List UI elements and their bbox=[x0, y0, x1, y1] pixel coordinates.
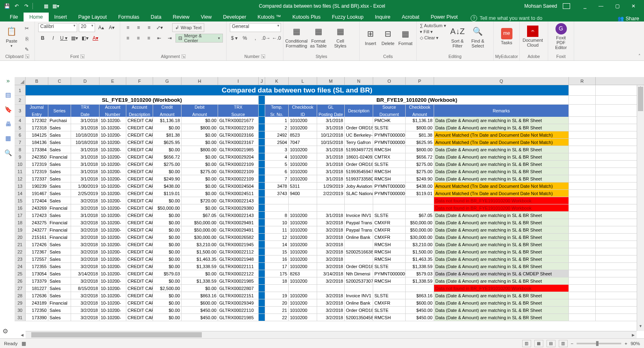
cell-blank[interactable] bbox=[569, 117, 596, 124]
cell[interactable]: 3/1/2018 bbox=[71, 153, 99, 160]
cell[interactable]: GLTRX00024504 bbox=[218, 183, 259, 189]
cell[interactable]: $800.00 bbox=[182, 124, 218, 131]
cell[interactable]: Data not found in BR_FYE191010200 Workbo… bbox=[434, 204, 569, 211]
cell[interactable]: $0.00 bbox=[182, 270, 218, 277]
cell[interactable]: Invoice INV1 bbox=[345, 292, 373, 299]
row-header[interactable]: 24 bbox=[15, 263, 26, 270]
row-header[interactable]: 28 bbox=[15, 292, 26, 299]
row-header[interactable]: 9 bbox=[15, 153, 26, 160]
cell[interactable]: PYMNT000000049 bbox=[373, 131, 406, 138]
row-header[interactable]: 7 bbox=[15, 139, 26, 146]
cell[interactable]: $0.00 bbox=[153, 197, 182, 204]
cell[interactable]: 3/1/2018 bbox=[317, 212, 345, 219]
tab-view[interactable]: View bbox=[195, 13, 217, 21]
close-icon[interactable]: ✕ bbox=[626, 3, 641, 9]
cell[interactable]: $800.00 bbox=[182, 146, 218, 153]
cell[interactable]: Data (Date & Amount) are matching in SL … bbox=[434, 124, 569, 131]
cell[interactable]: Financial bbox=[48, 234, 71, 241]
orientation-icon[interactable]: ⤢▾ bbox=[155, 23, 164, 32]
col-header-I[interactable]: I bbox=[218, 77, 259, 85]
font-name-combo[interactable]: Calibri bbox=[38, 23, 77, 32]
align-top-icon[interactable]: ≡ bbox=[123, 23, 132, 32]
header-cell[interactable]: Series bbox=[48, 105, 71, 117]
cell[interactable] bbox=[345, 285, 373, 292]
cell[interactable]: CREDIT CARI bbox=[126, 285, 153, 292]
comma-format-icon[interactable]: , bbox=[251, 34, 260, 43]
cell[interactable] bbox=[265, 204, 289, 211]
cell-blank[interactable] bbox=[569, 124, 596, 131]
cell[interactable]: 10/18/2018 bbox=[71, 139, 99, 146]
cell[interactable]: $0.00 bbox=[153, 248, 182, 255]
cell[interactable]: 10-10200- bbox=[99, 183, 126, 189]
cell[interactable]: 172319 bbox=[26, 161, 48, 168]
cell[interactable]: $800.00 bbox=[406, 124, 434, 131]
cell[interactable]: 10-10200- bbox=[99, 299, 126, 306]
cell[interactable]: CREDIT CARI bbox=[126, 153, 153, 160]
font-color-button[interactable]: A▾ bbox=[91, 34, 100, 43]
cell[interactable]: GLTRX00022143 bbox=[218, 212, 259, 219]
cell[interactable]: 3/1/2018 bbox=[317, 161, 345, 168]
cell[interactable]: 3 bbox=[265, 146, 289, 153]
cell-blank[interactable] bbox=[569, 131, 596, 138]
cell[interactable]: $863.16 bbox=[406, 292, 434, 299]
cell[interactable] bbox=[289, 204, 317, 211]
cell[interactable]: GLTRX00023167 bbox=[218, 139, 259, 146]
side-table-icon[interactable]: ▦ bbox=[5, 135, 11, 142]
cell[interactable]: 175 bbox=[265, 270, 289, 277]
col-header-R[interactable]: R bbox=[569, 77, 596, 85]
cell[interactable]: Data (Date & Amount) are matching in SL … bbox=[434, 256, 569, 262]
cell[interactable]: Data (Date & Amount) are matching in SL … bbox=[434, 277, 569, 284]
cell[interactable]: SLSTE bbox=[373, 307, 406, 314]
account-icon[interactable] bbox=[563, 3, 570, 9]
side-expand-icon[interactable]: » bbox=[6, 77, 10, 84]
cell[interactable]: $600.00 bbox=[406, 299, 434, 306]
cell[interactable]: 172318 bbox=[26, 124, 48, 131]
side-find-icon[interactable]: 🔍 bbox=[4, 149, 12, 157]
cell[interactable]: $81.38 bbox=[406, 131, 434, 138]
cell-blank[interactable] bbox=[569, 212, 596, 219]
number-launcher-icon[interactable]: ↘ bbox=[261, 54, 265, 58]
cell[interactable]: Sales bbox=[48, 146, 71, 153]
cell-blank[interactable] bbox=[569, 234, 596, 241]
cell[interactable]: 3/2/2018 bbox=[317, 263, 345, 270]
italic-button[interactable]: I bbox=[49, 34, 58, 43]
cell[interactable]: CMXFR bbox=[373, 234, 406, 241]
cell[interactable]: Sales bbox=[48, 292, 71, 299]
cell[interactable]: $0.00 bbox=[153, 219, 182, 226]
row-header[interactable]: 19 bbox=[15, 226, 26, 233]
cell[interactable]: GLTRX00022109 bbox=[218, 168, 259, 175]
cell[interactable]: CREDIT CARI bbox=[126, 204, 153, 211]
cell[interactable]: $863.16 bbox=[182, 292, 218, 299]
cell[interactable]: 3/1/2018 bbox=[71, 168, 99, 175]
cell-blank[interactable] bbox=[569, 139, 596, 146]
row-header[interactable]: 13 bbox=[15, 183, 26, 189]
underline-button[interactable]: U ▾ bbox=[59, 34, 68, 43]
cell[interactable]: 191467 bbox=[26, 190, 48, 197]
zoom-thumb[interactable] bbox=[596, 341, 599, 346]
cell[interactable]: 2/25/2019 bbox=[71, 190, 99, 197]
cell[interactable]: $0.00 bbox=[182, 161, 218, 168]
cell[interactable]: $0.00 bbox=[153, 226, 182, 233]
align-left-icon[interactable]: ≡ bbox=[123, 34, 132, 43]
cell[interactable]: SLSTE bbox=[373, 161, 406, 168]
cell[interactable]: $1,338.59 bbox=[182, 263, 218, 270]
clipboard-launcher-icon[interactable]: ↘ bbox=[25, 54, 29, 58]
header-cell[interactable]: Description bbox=[345, 105, 373, 117]
sort-filter-button[interactable]: A↓ZSort & Filter bbox=[449, 23, 467, 50]
cell[interactable]: $0.00 bbox=[153, 307, 182, 314]
cell[interactable]: UC Berkeley- bbox=[345, 131, 373, 138]
cell[interactable]: GLTRX00029204 bbox=[218, 153, 259, 160]
cell[interactable]: 172367 bbox=[26, 248, 48, 255]
vertical-scrollbar[interactable]: ▲ ▼ bbox=[637, 85, 644, 331]
cell[interactable]: 215161 bbox=[26, 234, 48, 241]
cell[interactable]: $1,338.59 bbox=[406, 277, 434, 284]
cell[interactable]: $275.00 bbox=[406, 161, 434, 168]
save-icon[interactable]: 💾 bbox=[3, 2, 11, 10]
row-header[interactable]: 22 bbox=[15, 248, 26, 255]
cell[interactable]: Financial bbox=[48, 153, 71, 160]
cut-icon[interactable]: ✂ bbox=[22, 24, 31, 33]
cell[interactable]: 1010200 bbox=[289, 307, 317, 314]
cell[interactable]: 22 bbox=[265, 314, 289, 321]
zoom-out-button[interactable]: − bbox=[571, 341, 574, 346]
cell[interactable] bbox=[373, 285, 406, 292]
